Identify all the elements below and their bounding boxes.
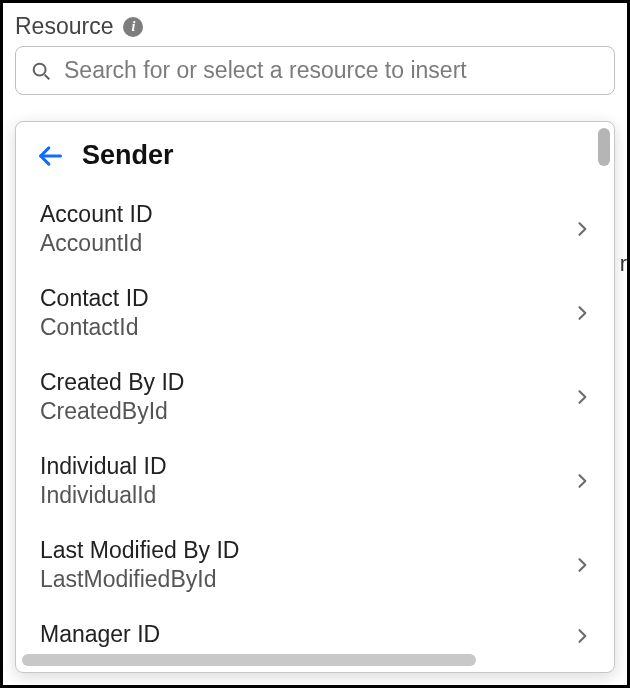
chevron-right-icon — [572, 303, 592, 323]
dropdown-scroll-area: Sender Account ID AccountId Contact ID C… — [16, 122, 614, 672]
option-contact-id[interactable]: Contact ID ContactId — [16, 271, 614, 355]
resource-picker-panel: Resource i r Sender A — [0, 0, 630, 688]
dropdown-title: Sender — [82, 140, 174, 171]
option-label: Account ID — [40, 201, 153, 228]
svg-point-0 — [34, 63, 46, 75]
option-api-name: IndividualId — [40, 482, 167, 509]
option-texts: Manager ID — [40, 621, 160, 650]
option-list: Account ID AccountId Contact ID ContactI… — [16, 187, 614, 656]
option-texts: Account ID AccountId — [40, 201, 153, 257]
option-texts: Individual ID IndividualId — [40, 453, 167, 509]
option-label: Manager ID — [40, 621, 160, 648]
vertical-scrollbar[interactable] — [598, 128, 610, 648]
back-arrow-icon[interactable] — [36, 142, 64, 170]
chevron-right-icon — [572, 471, 592, 491]
option-texts: Last Modified By ID LastModifiedById — [40, 537, 239, 593]
option-api-name: LastModifiedById — [40, 566, 239, 593]
option-manager-id[interactable]: Manager ID — [16, 607, 614, 656]
dropdown-header: Sender — [16, 122, 614, 187]
search-input[interactable] — [64, 57, 600, 84]
background-text-fragment: r — [620, 251, 627, 277]
option-label: Individual ID — [40, 453, 167, 480]
option-created-by-id[interactable]: Created By ID CreatedById — [16, 355, 614, 439]
resource-dropdown: Sender Account ID AccountId Contact ID C… — [15, 121, 615, 673]
option-texts: Contact ID ContactId — [40, 285, 149, 341]
chevron-right-icon — [572, 555, 592, 575]
svg-line-1 — [45, 74, 50, 79]
option-label: Created By ID — [40, 369, 184, 396]
option-label: Last Modified By ID — [40, 537, 239, 564]
chevron-right-icon — [572, 387, 592, 407]
option-api-name: ContactId — [40, 314, 149, 341]
option-account-id[interactable]: Account ID AccountId — [16, 187, 614, 271]
field-label: Resource — [15, 13, 113, 40]
option-api-name: CreatedById — [40, 398, 184, 425]
horizontal-scroll-thumb[interactable] — [22, 654, 476, 666]
search-container — [3, 46, 627, 95]
option-api-name: AccountId — [40, 230, 153, 257]
vertical-scroll-thumb[interactable] — [598, 128, 610, 166]
option-last-modified-by-id[interactable]: Last Modified By ID LastModifiedById — [16, 523, 614, 607]
option-texts: Created By ID CreatedById — [40, 369, 184, 425]
search-icon — [30, 60, 52, 82]
field-label-row: Resource i — [3, 3, 627, 46]
search-box[interactable] — [15, 46, 615, 95]
chevron-right-icon — [572, 219, 592, 239]
horizontal-scrollbar[interactable] — [22, 654, 590, 666]
chevron-right-icon — [572, 626, 592, 646]
info-icon[interactable]: i — [123, 17, 143, 37]
option-individual-id[interactable]: Individual ID IndividualId — [16, 439, 614, 523]
option-label: Contact ID — [40, 285, 149, 312]
